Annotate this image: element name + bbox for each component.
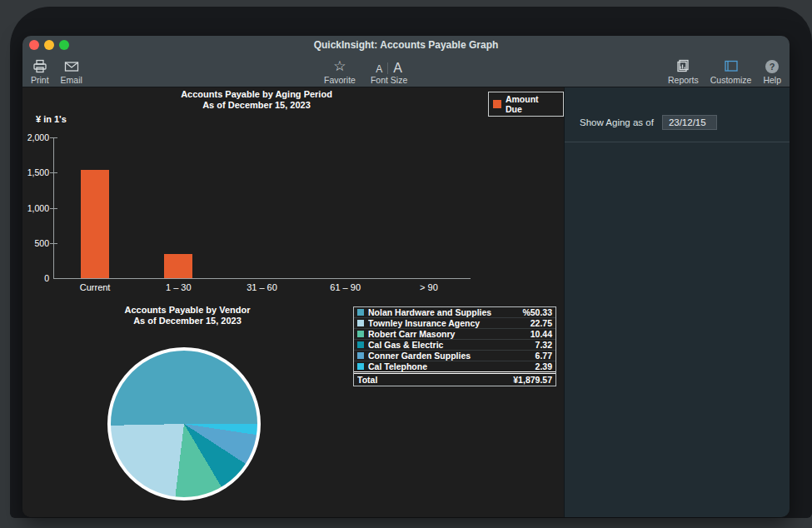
- right-panel: Show Aging as of: [564, 87, 790, 517]
- customize-button[interactable]: Customize: [710, 57, 752, 85]
- vendor-swatch: [357, 341, 364, 348]
- vendor-value: %50.33: [522, 307, 552, 317]
- star-icon: ☆: [333, 58, 346, 74]
- chart-area: Accounts Payable by Aging Period As of D…: [22, 87, 564, 517]
- favorite-label: Favorite: [324, 75, 356, 85]
- vendor-swatch: [357, 363, 364, 370]
- vendor-value: 7.32: [536, 340, 552, 350]
- y-tick-label: 2,000: [22, 132, 49, 142]
- x-axis-line: [53, 278, 471, 279]
- vendor-value: 6.77: [536, 351, 552, 361]
- vendor-swatch: [357, 320, 364, 326]
- aging-label: Show Aging as of: [580, 117, 654, 127]
- title-bar[interactable]: QuickInsight: Accounts Payable Graph: [22, 36, 790, 54]
- aging-date-input[interactable]: [662, 115, 717, 130]
- x-category-label: Current: [53, 282, 137, 292]
- y-tick-mark: [50, 172, 57, 173]
- favorite-button[interactable]: ☆ Favorite: [324, 57, 356, 85]
- pie-chart-subtitle: As of December 15, 2023: [22, 316, 352, 326]
- email-label: Email: [61, 75, 82, 85]
- y-tick-mark: [50, 137, 57, 138]
- vendor-value: 10.44: [531, 329, 552, 339]
- font-size-label: Font Size: [371, 75, 407, 85]
- help-button[interactable]: ? Help: [763, 57, 781, 85]
- vendor-value: 22.75: [531, 318, 552, 328]
- print-label: Print: [31, 75, 49, 85]
- legend-row: Cal Telephone2.39: [354, 361, 555, 372]
- y-axis-label: ¥ in 1's: [36, 114, 86, 124]
- amount-due-swatch: [493, 100, 501, 108]
- bar-chart-subtitle: As of December 15, 2023: [22, 100, 491, 111]
- total-value: ¥1,879.57: [513, 375, 552, 385]
- vendor-name: Conner Garden Supplies: [368, 351, 536, 361]
- email-icon: [63, 58, 80, 74]
- customize-icon: [723, 58, 740, 74]
- legend-row: Cal Gas & Electric7.32: [354, 340, 555, 351]
- bar-1-30: [164, 254, 192, 278]
- total-row: Total¥1,879.57: [354, 373, 555, 386]
- customize-label: Customize: [710, 75, 752, 85]
- total-label: Total: [357, 375, 513, 385]
- toolbar: Print Email ☆ Favorite A: [22, 54, 790, 87]
- email-button[interactable]: Email: [61, 57, 82, 85]
- font-size-icon: A A: [376, 58, 402, 74]
- pie-chart: [107, 347, 261, 501]
- vendor-value: 2.39: [536, 361, 552, 371]
- amount-due-legend: Amount Due: [488, 92, 564, 117]
- y-tick-mark: [50, 208, 57, 209]
- legend-row: Nolan Hardware and Supplies%50.33: [354, 307, 555, 318]
- amount-due-label: Amount Due: [506, 94, 557, 114]
- help-icon: ?: [765, 58, 779, 74]
- bar-chart-title: Accounts Payable by Aging Period: [22, 89, 491, 100]
- main-content: Accounts Payable by Aging Period As of D…: [22, 87, 790, 517]
- reports-button[interactable]: Reports: [668, 57, 699, 85]
- vendor-swatch: [357, 331, 364, 337]
- aging-row: Show Aging as of: [580, 115, 717, 130]
- vendor-swatch: [357, 309, 364, 316]
- reports-label: Reports: [668, 75, 699, 85]
- print-button[interactable]: Print: [31, 57, 49, 85]
- vendor-name: Cal Gas & Electric: [368, 340, 536, 350]
- y-tick-label: 500: [22, 238, 49, 248]
- pie-chart-title-block: Accounts Payable by Vendor As of Decembe…: [22, 305, 352, 326]
- print-icon: [32, 58, 48, 74]
- y-tick-mark: [50, 243, 57, 244]
- x-category-label: 1 – 30: [137, 282, 220, 292]
- vendor-name: Cal Telephone: [368, 361, 536, 371]
- x-category-label: > 90: [387, 282, 471, 292]
- reports-icon: [675, 58, 691, 74]
- vendor-legend-table: Nolan Hardware and Supplies%50.33Townley…: [353, 306, 556, 386]
- bar-current: [81, 170, 109, 278]
- vendor-name: Townley Insurance Agency: [368, 318, 531, 328]
- window-title: QuickInsight: Accounts Payable Graph: [22, 39, 790, 51]
- legend-row: Robert Carr Masonry10.44: [354, 329, 555, 340]
- y-tick-label: 1,000: [22, 203, 49, 213]
- legend-row: Townley Insurance Agency22.75: [354, 318, 555, 329]
- help-label: Help: [763, 75, 781, 85]
- legend-row: Conner Garden Supplies6.77: [354, 351, 555, 361]
- y-tick-label: 1,500: [22, 167, 49, 177]
- x-category-label: 31 – 60: [221, 282, 304, 292]
- vendor-name: Nolan Hardware and Supplies: [368, 307, 522, 317]
- bar-chart-title-block: Accounts Payable by Aging Period As of D…: [22, 89, 491, 110]
- y-tick-label: 0: [22, 273, 49, 283]
- vendor-swatch: [357, 352, 364, 359]
- x-category-label: 61 – 90: [304, 282, 387, 292]
- panel-divider: [565, 142, 790, 142]
- app-window: QuickInsight: Accounts Payable Graph Pri…: [22, 36, 790, 517]
- font-size-button[interactable]: A A Font Size: [371, 57, 407, 85]
- vendor-name: Robert Carr Masonry: [368, 329, 531, 339]
- pie-chart-title: Accounts Payable by Vendor: [22, 305, 352, 316]
